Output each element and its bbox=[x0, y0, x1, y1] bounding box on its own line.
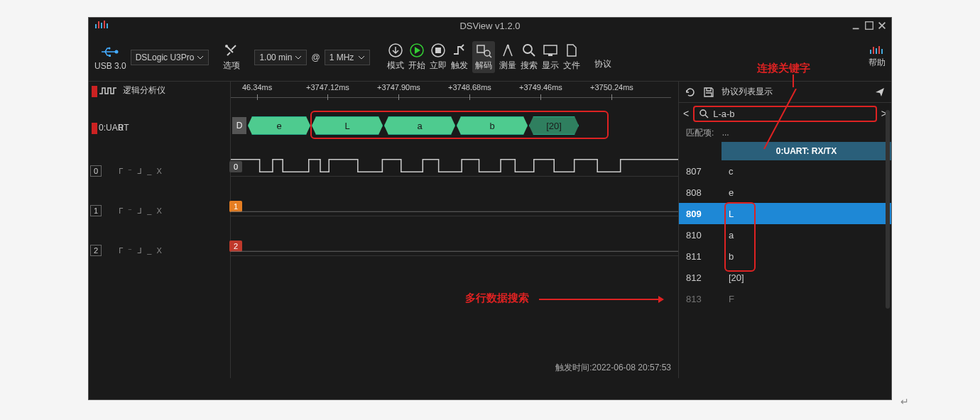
app-logo bbox=[94, 20, 110, 30]
ch1-label[interactable]: 1 bbox=[90, 205, 102, 216]
annotation-keyword: 连接关键字 bbox=[757, 62, 810, 75]
svg-rect-18 bbox=[544, 45, 557, 54]
search-icon bbox=[521, 43, 538, 58]
panel-title: 协议列表显示 bbox=[722, 86, 773, 98]
display-button[interactable]: 显示 bbox=[542, 43, 559, 72]
minimize-icon[interactable] bbox=[851, 21, 861, 31]
download-icon bbox=[387, 43, 404, 58]
annotation-multiline: 多行数据搜索 bbox=[465, 292, 529, 305]
send-icon[interactable] bbox=[874, 87, 886, 98]
table-row[interactable]: 810a bbox=[679, 224, 891, 245]
help-button[interactable]: 帮助 bbox=[869, 45, 886, 69]
search-input[interactable] bbox=[713, 109, 871, 119]
waveform-ch2[interactable] bbox=[231, 235, 678, 256]
file-icon bbox=[563, 43, 580, 58]
table-row[interactable]: 807c bbox=[679, 160, 891, 182]
la-label: 逻辑分析仪 bbox=[123, 84, 165, 96]
svg-rect-2 bbox=[101, 23, 102, 28]
svg-rect-22 bbox=[876, 48, 877, 54]
match-label: 匹配项: bbox=[686, 128, 714, 138]
svg-rect-9 bbox=[109, 55, 111, 57]
samplerate-select[interactable]: 1 MHz bbox=[325, 50, 371, 65]
stop-icon bbox=[430, 43, 447, 58]
instant-button[interactable]: 立即 bbox=[430, 43, 447, 72]
trigger-button[interactable]: 触发 bbox=[451, 43, 468, 72]
svg-point-17 bbox=[523, 45, 532, 53]
compass-icon bbox=[499, 43, 516, 58]
status-bar: 触发时间:2022-06-08 20:57:53 bbox=[555, 362, 671, 374]
match-value: ... bbox=[722, 128, 729, 138]
refresh-icon[interactable] bbox=[685, 87, 696, 98]
start-button[interactable]: 开始 bbox=[408, 43, 425, 72]
svg-rect-23 bbox=[878, 46, 880, 54]
table-row[interactable]: 808e bbox=[679, 182, 891, 203]
svg-rect-5 bbox=[853, 28, 859, 30]
svg-rect-20 bbox=[870, 50, 871, 54]
svg-rect-14 bbox=[435, 48, 441, 53]
duration-select[interactable]: 1.00 min bbox=[254, 50, 307, 65]
app-title: DSView v1.2.0 bbox=[459, 21, 520, 31]
ch0-label[interactable]: 0 bbox=[90, 165, 102, 177]
svg-point-28 bbox=[700, 110, 706, 116]
svg-rect-15 bbox=[477, 45, 484, 52]
svg-rect-0 bbox=[95, 24, 97, 28]
play-icon bbox=[408, 43, 425, 58]
search-icon bbox=[699, 109, 709, 118]
save-icon[interactable] bbox=[703, 87, 714, 98]
uart-channel-label[interactable]: 0:UART bbox=[99, 123, 129, 133]
timeline-ruler[interactable]: 46.34ms +3747.12ms +3747.90ms +3748.68ms… bbox=[231, 82, 678, 103]
packet-item[interactable]: [20] bbox=[529, 116, 579, 135]
svg-rect-21 bbox=[873, 47, 874, 54]
decode-marker: D bbox=[232, 117, 246, 134]
options-button[interactable]: 选项 bbox=[223, 43, 240, 72]
trigger-pattern-2[interactable]: ᒥ ⁻ ᒧ _ X bbox=[119, 246, 163, 255]
packet-item[interactable]: L bbox=[312, 116, 383, 135]
measure-button[interactable]: 测量 bbox=[499, 43, 516, 72]
packet-item[interactable]: b bbox=[457, 116, 528, 135]
trigger-pattern-1[interactable]: ᒥ ⁻ ᒧ _ X bbox=[119, 206, 163, 216]
usb-label: USB 3.0 bbox=[94, 61, 126, 71]
decode-icon bbox=[475, 43, 492, 58]
monitor-icon bbox=[542, 43, 559, 58]
svg-rect-1 bbox=[98, 21, 99, 28]
table-row[interactable]: 812[20] bbox=[679, 267, 891, 288]
svg-point-16 bbox=[484, 50, 490, 56]
help-icon bbox=[869, 45, 885, 55]
usb-icon bbox=[99, 44, 121, 60]
svg-point-8 bbox=[109, 47, 111, 49]
device-select[interactable]: DSLogic U3Pro bbox=[131, 50, 209, 65]
table-row[interactable]: 811b bbox=[679, 245, 891, 267]
prev-icon[interactable]: < bbox=[683, 108, 689, 119]
svg-rect-6 bbox=[866, 22, 873, 30]
svg-point-7 bbox=[115, 50, 119, 53]
wrench-icon bbox=[223, 43, 240, 58]
scrollbar[interactable] bbox=[886, 110, 890, 309]
column-header: 0:UART: RX/TX bbox=[722, 142, 891, 160]
packet-item[interactable]: a bbox=[384, 116, 455, 135]
close-icon[interactable] bbox=[877, 21, 887, 31]
at-label: @ bbox=[311, 52, 320, 62]
table-row[interactable]: 813F bbox=[679, 288, 891, 309]
table-row[interactable]: 809L bbox=[679, 203, 891, 224]
usb-status: USB 3.0 bbox=[94, 44, 126, 71]
packet-item[interactable]: e bbox=[248, 116, 310, 135]
file-button[interactable]: 文件 bbox=[563, 43, 580, 72]
waveform-ch0[interactable] bbox=[231, 155, 678, 177]
trigger-icon bbox=[451, 43, 468, 58]
svg-rect-3 bbox=[104, 21, 105, 28]
mode-button[interactable]: 模式 bbox=[387, 43, 404, 72]
svg-rect-19 bbox=[548, 54, 552, 56]
protocol-label: 协议 bbox=[594, 58, 611, 70]
svg-point-10 bbox=[225, 45, 228, 48]
decode-button[interactable]: 解码 bbox=[472, 41, 495, 73]
ch2-label[interactable]: 2 bbox=[90, 245, 102, 256]
trigger-pattern-0[interactable]: ᒥ ⁻ ᒧ _ X bbox=[119, 167, 163, 176]
svg-rect-24 bbox=[881, 49, 883, 54]
svg-rect-4 bbox=[107, 23, 108, 28]
maximize-icon[interactable] bbox=[864, 21, 874, 31]
search-button[interactable]: 搜索 bbox=[521, 43, 538, 72]
paragraph-mark: ↵ bbox=[900, 396, 909, 407]
waveform-ch1[interactable] bbox=[231, 195, 678, 216]
